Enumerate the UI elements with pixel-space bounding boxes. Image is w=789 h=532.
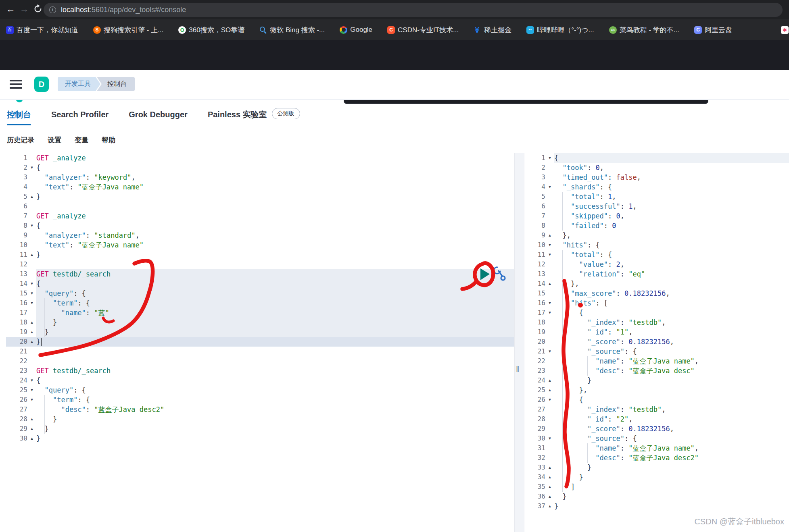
code-line[interactable]: 1▾{ <box>524 153 789 163</box>
code-line[interactable]: 20 "_score": 0.18232156, <box>524 337 789 347</box>
tab-grok-debugger[interactable]: Grok Debugger <box>129 100 188 129</box>
bookmark-item[interactable]: ••哔哩哔哩（°-°)つ... <box>526 25 594 35</box>
code-line[interactable]: 13GET testdb/_search <box>6 269 514 279</box>
fold-open-icon[interactable]: ▾ <box>27 395 36 405</box>
fold-close-icon[interactable]: ▴ <box>27 318 36 327</box>
tab-painless-实验室[interactable]: Painless 实验室公测版 <box>208 100 300 129</box>
fold-open-icon[interactable]: ▾ <box>545 153 554 163</box>
code-line[interactable]: 14▾{ <box>6 279 514 289</box>
code-line[interactable]: 18 "_index": "testdb", <box>524 318 789 327</box>
code-line[interactable]: 27 "_index": "testdb", <box>524 405 789 414</box>
fold-open-icon[interactable]: ▾ <box>27 163 36 172</box>
code-line[interactable]: 11▴} <box>6 250 514 260</box>
code-line[interactable]: 19▴ } <box>6 327 514 337</box>
menu-hamburger-icon[interactable] <box>10 80 22 81</box>
fold-close-icon[interactable]: ▴ <box>545 385 554 395</box>
address-bar[interactable]: i localhost:5601/app/dev_tools#/console <box>44 3 783 17</box>
reload-icon[interactable] <box>31 2 44 15</box>
bookmark-item[interactable]: Google <box>340 26 372 34</box>
code-line[interactable]: 24▴ } <box>524 376 789 385</box>
code-line[interactable]: 8▾{ <box>6 221 514 231</box>
code-line[interactable]: 25▾ "query": { <box>6 385 514 395</box>
code-line[interactable]: 7GET _analyze <box>6 211 514 221</box>
response-viewer[interactable]: 1▾{2 "took": 0,3 "timed_out": false,4▾ "… <box>524 153 789 511</box>
request-options-button[interactable] <box>491 265 506 285</box>
site-info-icon[interactable]: i <box>49 6 56 13</box>
bookmark-item[interactable]: S搜狗搜索引擎 - 上... <box>93 25 163 35</box>
fold-open-icon[interactable]: ▾ <box>545 240 554 250</box>
code-line[interactable]: 23 "desc": "蓝盒子Java desc" <box>524 366 789 376</box>
code-line[interactable]: 2 "took": 0, <box>524 163 789 172</box>
fold-close-icon[interactable]: ▴ <box>27 327 36 337</box>
code-line[interactable]: 32 "desc": "蓝盒子Java desc2" <box>524 453 789 463</box>
code-line[interactable]: 25▴ }, <box>524 385 789 395</box>
code-line[interactable]: 23GET testdb/_search <box>6 366 514 376</box>
fold-close-icon[interactable]: ▴ <box>27 414 36 424</box>
code-line[interactable]: 36▴ } <box>524 492 789 501</box>
fold-open-icon[interactable]: ▾ <box>545 347 554 356</box>
bookmark-item[interactable]: 百百度一下，你就知道 <box>6 25 78 35</box>
bookmark-item[interactable]: ∗ <box>781 26 789 34</box>
code-line[interactable]: 17▾ { <box>524 308 789 318</box>
breadcrumb-dev-tools[interactable]: 开发工具 <box>58 77 100 91</box>
fold-close-icon[interactable]: ▴ <box>545 376 554 385</box>
code-line[interactable]: 6 "successful": 1, <box>524 202 789 211</box>
code-line[interactable]: 28 "_id": "2", <box>524 414 789 424</box>
panel-divider[interactable] <box>514 153 524 532</box>
code-line[interactable]: 35▴ ] <box>524 482 789 492</box>
url-text[interactable]: localhost:5601/app/dev_tools#/console <box>61 6 186 14</box>
code-line[interactable]: 27 "desc": "蓝盒子Java desc2" <box>6 405 514 414</box>
code-line[interactable]: 13 "relation": "eq" <box>524 269 789 279</box>
code-line[interactable]: 4▾ "_shards": { <box>524 182 789 192</box>
fold-open-icon[interactable]: ▾ <box>27 279 36 289</box>
fold-close-icon[interactable]: ▴ <box>545 472 554 482</box>
fold-close-icon[interactable]: ▴ <box>27 192 36 202</box>
code-line[interactable]: 7 "skipped": 0, <box>524 211 789 221</box>
code-line[interactable]: 10▾ "hits": { <box>524 240 789 250</box>
forward-icon[interactable]: → <box>18 2 31 15</box>
fold-open-icon[interactable]: ▾ <box>545 308 554 318</box>
code-line[interactable]: 20▴} <box>6 337 514 347</box>
fold-open-icon[interactable]: ▾ <box>545 250 554 260</box>
code-line[interactable]: 29 "_score": 0.18232156, <box>524 424 789 434</box>
fold-close-icon[interactable]: ▴ <box>27 250 36 260</box>
menu-item[interactable]: 帮助 <box>102 135 115 145</box>
code-line[interactable]: 37▴} <box>524 501 789 511</box>
fold-close-icon[interactable]: ▴ <box>27 434 36 443</box>
bookmark-item[interactable]: </>菜鸟教程 - 学的不... <box>609 25 679 35</box>
code-line[interactable]: 9 "analyzer": "standard", <box>6 231 514 240</box>
code-line[interactable]: 14▴ }, <box>524 279 789 289</box>
bookmark-item[interactable]: 微软 Bing 搜索 -... <box>259 25 325 35</box>
fold-close-icon[interactable]: ▴ <box>27 424 36 434</box>
menu-item[interactable]: 变量 <box>75 135 88 145</box>
bookmark-item[interactable]: C阿里云盘 <box>694 25 732 35</box>
code-line[interactable]: 18▴ } <box>6 318 514 327</box>
space-avatar[interactable]: D <box>34 77 49 92</box>
fold-close-icon[interactable]: ▴ <box>545 463 554 472</box>
tab-控制台[interactable]: 控制台 <box>7 100 31 129</box>
code-line[interactable]: 5▴} <box>6 192 514 202</box>
menu-item[interactable]: 历史记录 <box>7 135 34 145</box>
code-line[interactable]: 34▴ } <box>524 472 789 482</box>
code-line[interactable]: 24▾{ <box>6 376 514 385</box>
fold-open-icon[interactable]: ▾ <box>27 376 36 385</box>
code-line[interactable]: 15 "max_score": 0.18232156, <box>524 289 789 298</box>
fold-open-icon[interactable]: ▾ <box>27 298 36 308</box>
code-line[interactable]: 22 <box>6 356 514 366</box>
code-line[interactable]: 30▴} <box>6 434 514 443</box>
fold-close-icon[interactable]: ▴ <box>545 492 554 501</box>
bookmark-item[interactable]: CCSDN-专业IT技术... <box>387 25 459 35</box>
fold-open-icon[interactable]: ▾ <box>545 434 554 443</box>
code-line[interactable]: 2▾{ <box>6 163 514 172</box>
bookmark-item[interactable]: O360搜索，SO靠谱 <box>178 25 244 35</box>
code-line[interactable]: 22 "name": "蓝盒子Java name", <box>524 356 789 366</box>
fold-close-icon[interactable]: ▴ <box>545 501 554 511</box>
code-line[interactable]: 33▴ } <box>524 463 789 472</box>
code-line[interactable]: 17 "name": "蓝" <box>6 308 514 318</box>
fold-open-icon[interactable]: ▾ <box>545 182 554 192</box>
code-line[interactable]: 21▾ "_source": { <box>524 347 789 356</box>
code-line[interactable]: 5 "total": 1, <box>524 192 789 202</box>
bookmark-item[interactable]: ≫稀土掘金 <box>474 25 511 35</box>
code-line[interactable]: 6 <box>6 202 514 211</box>
fold-open-icon[interactable]: ▾ <box>27 385 36 395</box>
